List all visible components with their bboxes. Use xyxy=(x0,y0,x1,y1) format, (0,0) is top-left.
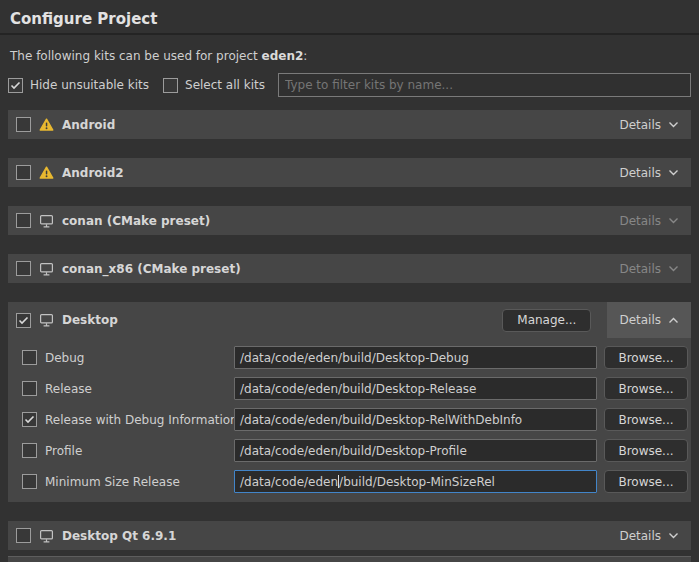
details-label: Details xyxy=(619,166,661,180)
details-label: Details xyxy=(619,262,661,276)
intro-text: The following kits can be used for proje… xyxy=(10,49,689,64)
config-label: Debug xyxy=(45,351,234,365)
kit-name: Desktop Qt 6.9.1 xyxy=(62,529,176,543)
path-input[interactable]: /data/code/eden/build/Desktop-MinSizeRel xyxy=(234,470,597,493)
kit-header-row: DesktopManage...Details xyxy=(8,302,691,338)
intro-prefix: The following kits can be used for proje… xyxy=(10,49,262,63)
details-toggle[interactable]: Details xyxy=(607,302,691,338)
kit-checkbox[interactable] xyxy=(16,117,31,132)
hide-unsuitable-label: Hide unsuitable kits xyxy=(30,78,149,92)
desktop-icon-wrap xyxy=(39,529,54,543)
page-header: Configure Project xyxy=(0,0,699,35)
details-label: Details xyxy=(619,214,661,228)
browse-button[interactable]: Browse... xyxy=(604,346,688,369)
config-label: Release with Debug Information xyxy=(45,413,234,427)
build-config-row: Minimum Size Release/data/code/eden/buil… xyxy=(22,470,688,493)
build-config-row: Debug/data/code/eden/build/Desktop-Debug… xyxy=(22,346,688,369)
path-text-before-caret: /data/code/eden xyxy=(240,475,338,489)
kit-name: Android2 xyxy=(62,166,124,180)
config-checkbox[interactable] xyxy=(22,412,37,427)
config-checkbox[interactable] xyxy=(22,350,37,365)
browse-button[interactable]: Browse... xyxy=(604,408,688,431)
config-label: Minimum Size Release xyxy=(45,475,234,489)
desktop-icon xyxy=(39,262,54,276)
next-kit-row-partial xyxy=(8,556,691,562)
chevron-up-icon xyxy=(668,317,679,324)
path-text: /data/code/eden/build/Desktop-Release xyxy=(240,382,476,396)
intro-suffix: : xyxy=(303,49,307,63)
chevron-down-icon xyxy=(668,169,679,176)
details-toggle: Details xyxy=(619,262,679,276)
kit-row: Desktop Qt 6.9.1Details xyxy=(8,521,691,550)
desktop-icon-wrap xyxy=(39,214,54,228)
build-config-row: Profile/data/code/eden/build/Desktop-Pro… xyxy=(22,439,688,462)
path-text-after-caret: /build/Desktop-MinSizeRel xyxy=(339,475,495,489)
desktop-icon xyxy=(39,214,54,228)
select-all-checkbox[interactable] xyxy=(163,78,178,93)
check-icon xyxy=(24,415,35,424)
kit-name: Desktop xyxy=(62,313,118,327)
path-text: /data/code/eden/build/Desktop-RelWithDeb… xyxy=(240,413,522,427)
kit-section-expanded: DesktopManage...DetailsDebug/data/code/e… xyxy=(8,302,691,502)
browse-button[interactable]: Browse... xyxy=(604,377,688,400)
kit-checkbox[interactable] xyxy=(16,261,31,276)
config-checkbox[interactable] xyxy=(22,474,37,489)
title-divider xyxy=(0,33,699,35)
desktop-icon-wrap xyxy=(39,313,54,327)
path-text: /data/code/eden/build/Desktop-Debug xyxy=(240,351,469,365)
manage-button[interactable]: Manage... xyxy=(502,309,591,332)
config-label: Profile xyxy=(45,444,234,458)
config-checkbox[interactable] xyxy=(22,381,37,396)
page-title: Configure Project xyxy=(10,10,689,28)
details-toggle: Details xyxy=(619,214,679,228)
desktop-icon-wrap xyxy=(39,262,54,276)
path-text: /data/code/eden/build/Desktop-Profile xyxy=(240,444,467,458)
kit-row: conan (CMake preset)Details xyxy=(8,206,691,235)
path-input[interactable]: /data/code/eden/build/Desktop-RelWithDeb… xyxy=(234,408,597,431)
chevron-down-icon xyxy=(668,265,679,272)
warning-icon xyxy=(39,166,54,179)
kit-row: Android2Details xyxy=(8,158,691,187)
kit-checkbox[interactable] xyxy=(16,165,31,180)
details-label: Details xyxy=(619,529,661,543)
kit-checkbox[interactable] xyxy=(16,528,31,543)
check-icon xyxy=(18,316,29,325)
chevron-down-icon xyxy=(668,121,679,128)
details-toggle[interactable]: Details xyxy=(619,166,679,180)
config-checkbox[interactable] xyxy=(22,443,37,458)
kit-row: conan_x86 (CMake preset)Details xyxy=(8,254,691,283)
details-label: Details xyxy=(619,118,661,132)
path-input[interactable]: /data/code/eden/build/Desktop-Release xyxy=(234,377,597,400)
kit-name: Android xyxy=(62,118,115,132)
build-config-row: Release with Debug Information/data/code… xyxy=(22,408,688,431)
browse-button[interactable]: Browse... xyxy=(604,439,688,462)
kit-filter-input[interactable] xyxy=(278,73,691,97)
check-icon xyxy=(10,81,21,90)
chevron-down-icon xyxy=(668,217,679,224)
kit-name: conan_x86 (CMake preset) xyxy=(62,262,241,276)
config-label: Release xyxy=(45,382,234,396)
kit-checkbox[interactable] xyxy=(16,213,31,228)
chevron-down-icon xyxy=(668,532,679,539)
kit-name: conan (CMake preset) xyxy=(62,214,210,228)
select-all-label: Select all kits xyxy=(185,78,265,92)
controls-row: Hide unsuitable kits Select all kits xyxy=(8,73,691,97)
path-input[interactable]: /data/code/eden/build/Desktop-Debug xyxy=(234,346,597,369)
kit-list: AndroidDetailsAndroid2Detailsconan (CMak… xyxy=(0,110,699,550)
warning-icon-wrap xyxy=(39,166,54,179)
hide-unsuitable-checkbox[interactable] xyxy=(8,78,23,93)
details-toggle[interactable]: Details xyxy=(619,529,679,543)
warning-icon xyxy=(39,118,54,131)
kit-row: AndroidDetails xyxy=(8,110,691,139)
build-config-row: Release/data/code/eden/build/Desktop-Rel… xyxy=(22,377,688,400)
warning-icon-wrap xyxy=(39,118,54,131)
kit-checkbox[interactable] xyxy=(16,313,31,328)
details-toggle[interactable]: Details xyxy=(619,118,679,132)
browse-button[interactable]: Browse... xyxy=(604,470,688,493)
desktop-icon xyxy=(39,313,54,327)
details-label: Details xyxy=(619,313,661,327)
project-name: eden2 xyxy=(262,49,304,63)
path-input[interactable]: /data/code/eden/build/Desktop-Profile xyxy=(234,439,597,462)
desktop-icon xyxy=(39,529,54,543)
